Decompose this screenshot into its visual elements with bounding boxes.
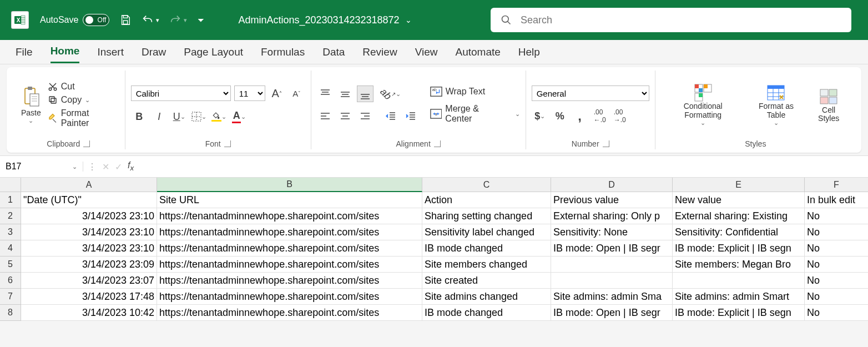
cell[interactable]: Sharing setting changed [422, 208, 551, 224]
col-header-C[interactable]: C [422, 178, 551, 192]
tab-data[interactable]: Data [322, 42, 345, 63]
comma-button[interactable]: , [572, 108, 588, 124]
font-name-select[interactable]: Calibri [131, 86, 231, 101]
cell[interactable]: No [805, 240, 868, 257]
percent-button[interactable]: % [552, 108, 568, 124]
alignment-dialog-launcher[interactable] [434, 140, 441, 147]
align-right-button[interactable] [357, 108, 374, 124]
cell[interactable]: Sensitivity: None [551, 224, 673, 240]
align-left-button[interactable] [317, 108, 334, 124]
decrease-indent-button[interactable] [382, 108, 399, 124]
cell[interactable]: No [805, 224, 868, 240]
currency-button[interactable]: $⌄ [532, 108, 548, 124]
align-bottom-button[interactable] [357, 86, 374, 102]
align-center-button[interactable] [337, 108, 354, 124]
col-header-D[interactable]: D [551, 178, 673, 192]
cell[interactable]: 3/14/2023 23:10 [21, 240, 157, 257]
cancel-formula-icon[interactable]: ✕ [102, 162, 109, 172]
cell[interactable]: https://tenantadminnewhope.sharepoint.co… [157, 224, 422, 240]
cell[interactable]: https://tenantadminnewhope.sharepoint.co… [157, 208, 422, 224]
bold-button[interactable]: B [131, 108, 148, 125]
cell[interactable]: In bulk edit [805, 192, 868, 208]
row-header[interactable]: 7 [0, 289, 21, 305]
tab-help[interactable]: Help [518, 42, 540, 63]
save-button[interactable] [119, 14, 132, 26]
search-box[interactable] [491, 8, 851, 32]
number-dialog-launcher[interactable] [603, 140, 609, 147]
cell[interactable]: No [805, 257, 868, 273]
format-as-table-button[interactable]: Format as Table⌄ [745, 83, 808, 127]
cell[interactable] [551, 273, 673, 289]
cell[interactable]: IB mode: Explicit | IB segn [673, 305, 805, 321]
paste-button[interactable]: Paste⌄ [18, 86, 44, 124]
font-color-button[interactable]: A⌄ [231, 108, 248, 125]
row-header[interactable]: 3 [0, 224, 21, 240]
cell[interactable]: No [805, 208, 868, 224]
row-header[interactable]: 8 [0, 305, 21, 321]
tab-file[interactable]: File [16, 42, 33, 63]
conditional-formatting-button[interactable]: Conditional Formatting⌄ [661, 83, 745, 127]
cell[interactable]: 3/14/2023 23:10 [21, 224, 157, 240]
qat-customize-button[interactable]: ⏷ [197, 16, 205, 24]
tab-formulas[interactable]: Formulas [261, 42, 305, 63]
cell[interactable]: 3/14/2023 23:07 [21, 273, 157, 289]
tab-insert[interactable]: Insert [97, 42, 124, 63]
cell[interactable]: Sensitivity label changed [422, 224, 551, 240]
cell[interactable]: External sharing: Only p [551, 208, 673, 224]
cell[interactable]: Previous value [551, 192, 673, 208]
autosave-toggle[interactable]: AutoSave Off [40, 14, 109, 26]
decrease-decimal-button[interactable]: .00→.0 [612, 108, 628, 124]
tab-view[interactable]: View [415, 42, 438, 63]
filename-display[interactable]: AdminActions_20230314232318872 ⌄ [238, 14, 411, 26]
cell[interactable]: Action [422, 192, 551, 208]
tab-page-layout[interactable]: Page Layout [184, 42, 243, 63]
fill-color-button[interactable]: ⌄ [211, 108, 228, 125]
cell[interactable] [673, 273, 805, 289]
cell[interactable]: 3/14/2023 23:10 [21, 208, 157, 224]
merge-center-button[interactable]: aMerge & Center⌄ [430, 104, 520, 124]
tab-home[interactable]: Home [51, 41, 80, 63]
redo-button[interactable]: ▾ [169, 14, 187, 26]
cell[interactable]: https://tenantadminnewhope.sharepoint.co… [157, 273, 422, 289]
cell[interactable]: Site members changed [422, 257, 551, 273]
cell[interactable]: 3/14/2023 17:48 [21, 289, 157, 305]
undo-button[interactable]: ▾ [142, 14, 159, 26]
fx-icon[interactable]: fx [128, 160, 134, 172]
row-header[interactable]: 6 [0, 273, 21, 289]
name-box[interactable]: B17⌄ [0, 162, 83, 172]
cell[interactable]: Site admins: admin Smart [673, 289, 805, 305]
cell[interactable]: New value [673, 192, 805, 208]
cell[interactable]: No [805, 273, 868, 289]
row-header[interactable]: 4 [0, 240, 21, 257]
increase-indent-button[interactable] [402, 108, 419, 124]
cell[interactable]: Site admins changed [422, 289, 551, 305]
cell[interactable]: https://tenantadminnewhope.sharepoint.co… [157, 289, 422, 305]
cell[interactable]: Site URL [157, 192, 422, 208]
cell[interactable]: Site admins: admin Sma [551, 289, 673, 305]
cell[interactable]: 3/14/2023 23:09 [21, 257, 157, 273]
italic-button[interactable]: I [151, 108, 168, 125]
cell[interactable] [551, 257, 673, 273]
row-header[interactable]: 2 [0, 208, 21, 224]
align-middle-button[interactable] [337, 86, 354, 102]
decrease-font-button[interactable]: A˅ [289, 85, 305, 102]
cell[interactable]: Site members: Megan Bro [673, 257, 805, 273]
cell[interactable]: IB mode: Open | IB segr [551, 305, 673, 321]
cut-button[interactable]: Cut [48, 82, 119, 92]
cell[interactable]: IB mode: Open | IB segr [551, 240, 673, 257]
border-button[interactable]: ⌄ [191, 108, 208, 125]
clipboard-dialog-launcher[interactable] [83, 140, 90, 147]
format-painter-button[interactable]: Format Painter [48, 108, 119, 128]
row-header[interactable]: 1 [0, 192, 21, 208]
cell[interactable]: No [805, 305, 868, 321]
orientation-button[interactable]: ab↗⌄ [382, 86, 399, 102]
tab-automate[interactable]: Automate [455, 42, 500, 63]
accept-formula-icon[interactable]: ✓ [115, 162, 122, 172]
align-top-button[interactable] [317, 86, 334, 102]
cell[interactable]: https://tenantadminnewhope.sharepoint.co… [157, 240, 422, 257]
tab-review[interactable]: Review [362, 42, 397, 63]
cell[interactable]: https://tenantadminnewhope.sharepoint.co… [157, 305, 422, 321]
cell[interactable]: IB mode changed [422, 240, 551, 257]
tab-draw[interactable]: Draw [142, 42, 166, 63]
col-header-F[interactable]: F [805, 178, 868, 192]
